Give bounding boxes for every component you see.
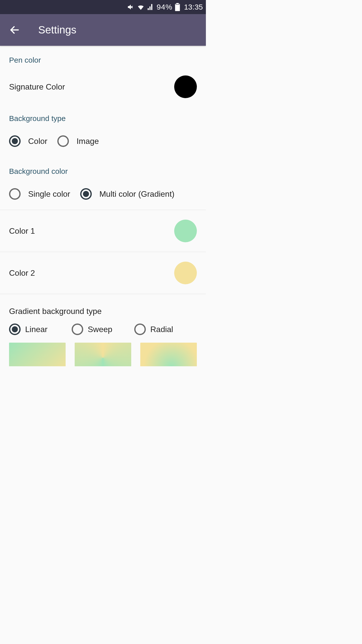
battery-percent: 94% <box>157 3 172 11</box>
back-button[interactable] <box>9 24 20 35</box>
gradient-radial-option[interactable]: Radial <box>134 324 197 335</box>
signature-color-swatch[interactable] <box>174 75 197 98</box>
section-bg-type-header: Background type <box>0 104 206 128</box>
color1-swatch[interactable] <box>174 220 197 242</box>
page-title: Settings <box>38 24 76 36</box>
radio-gradient-linear[interactable] <box>9 324 21 335</box>
radio-bg-color-multi[interactable] <box>80 188 92 200</box>
color2-swatch[interactable] <box>174 262 197 284</box>
wifi-icon <box>137 3 145 11</box>
gradient-preview-sweep[interactable] <box>75 343 131 366</box>
bg-type-radio-row: Color Image <box>0 128 206 157</box>
color2-row[interactable]: Color 2 <box>0 252 206 294</box>
signature-color-row[interactable]: Signature Color <box>0 69 206 104</box>
gradient-preview-linear[interactable] <box>9 343 66 366</box>
bg-color-single-option[interactable]: Single color <box>9 188 70 200</box>
color1-row[interactable]: Color 1 <box>0 210 206 252</box>
gradient-linear-option[interactable]: Linear <box>9 324 72 335</box>
radio-gradient-sweep-label: Sweep <box>88 325 112 334</box>
mute-vibrate-icon <box>127 3 134 11</box>
radio-bg-type-color-label: Color <box>28 137 47 146</box>
color1-label: Color 1 <box>9 226 35 236</box>
gradient-preview-radial[interactable] <box>140 343 197 366</box>
arrow-left-icon <box>9 24 20 35</box>
radio-gradient-radial[interactable] <box>134 324 146 335</box>
radio-bg-color-single-label: Single color <box>28 189 70 199</box>
bg-type-color-option[interactable]: Color <box>9 135 47 147</box>
content: Pen color Signature Color Background typ… <box>0 46 206 366</box>
bg-color-multi-option[interactable]: Multi color (Gradient) <box>80 188 174 200</box>
svg-rect-2 <box>175 4 179 5</box>
section-pen-color-header: Pen color <box>0 46 206 69</box>
svg-rect-0 <box>175 4 180 11</box>
clock-text: 13:35 <box>184 3 203 11</box>
radio-bg-type-color[interactable] <box>9 135 21 147</box>
status-bar: 94% 13:35 <box>0 0 206 14</box>
battery-icon <box>175 3 180 11</box>
app-bar: Settings <box>0 14 206 46</box>
radio-gradient-radial-label: Radial <box>150 325 173 334</box>
radio-bg-type-image[interactable] <box>57 135 69 147</box>
gradient-type-radio-row: Linear Sweep Radial <box>0 324 206 343</box>
radio-bg-type-image-label: Image <box>76 137 99 146</box>
radio-bg-color-single[interactable] <box>9 188 21 200</box>
bg-type-image-option[interactable]: Image <box>57 135 99 147</box>
gradient-previews <box>0 343 206 366</box>
color2-label: Color 2 <box>9 268 35 278</box>
radio-gradient-sweep[interactable] <box>72 324 83 335</box>
section-bg-color-header: Background color <box>0 157 206 181</box>
gradient-type-header: Gradient background type <box>0 294 206 324</box>
svg-rect-1 <box>176 3 179 4</box>
gradient-sweep-option[interactable]: Sweep <box>72 324 134 335</box>
signature-color-label: Signature Color <box>9 82 65 92</box>
radio-gradient-linear-label: Linear <box>25 325 48 334</box>
radio-bg-color-multi-label: Multi color (Gradient) <box>99 189 174 199</box>
cell-signal-icon <box>147 4 154 11</box>
bg-color-radio-row: Single color Multi color (Gradient) <box>0 181 206 210</box>
